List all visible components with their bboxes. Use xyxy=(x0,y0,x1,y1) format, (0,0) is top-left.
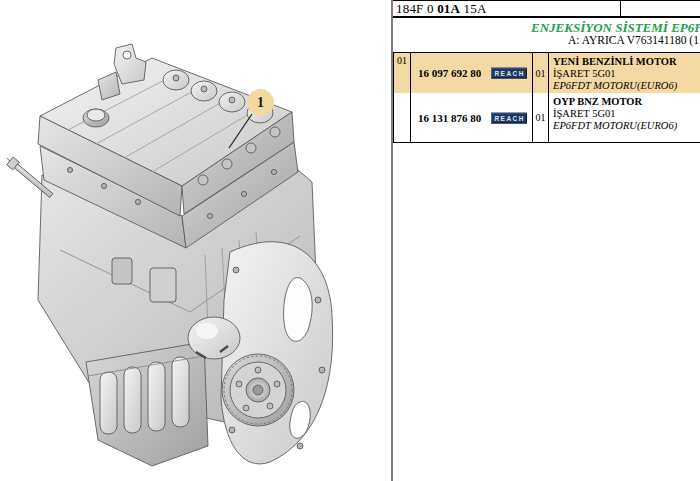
parts-panel: 184F 0 01A 15A ENJEKSİYON SİSTEMİ EP6FDT… xyxy=(393,0,700,481)
parts-panel-inner: 184F 0 01A 15A ENJEKSİYON SİSTEMİ EP6FDT… xyxy=(393,0,700,481)
desc-line2: İŞARET 5G01 xyxy=(553,108,700,120)
figure-code-header: 184F 0 01A 15A xyxy=(393,0,700,18)
desc-line1: YENİ BENZİNLİ MOTOR xyxy=(553,56,700,68)
part-number[interactable]: 16 097 692 80 xyxy=(418,67,481,79)
ref-cell xyxy=(394,93,411,142)
figure-code-suffix: 15A xyxy=(460,1,486,16)
description-cell: YENİ BENZİNLİ MOTOR İŞARET 5G01 EP6FDT M… xyxy=(549,53,700,93)
catalog-page: 1 184F 0 01A 15A ENJEKSİYON SİSTEMİ EP6F… xyxy=(0,0,700,481)
table-row-part-number[interactable]: 16 131 876 80 REACH xyxy=(411,93,533,142)
part-number[interactable]: 16 131 876 80 xyxy=(418,112,481,124)
reach-badge[interactable]: REACH xyxy=(491,112,527,123)
desc-line2: İŞARET 5G01 xyxy=(553,68,700,80)
engine-illustration xyxy=(0,0,392,481)
desc-line1: OYP BNZ MOTOR xyxy=(553,96,700,108)
description-cell: OYP BNZ MOTOR İŞARET 5G01 EP6FDT MOTORU(… xyxy=(549,93,700,142)
qty-cell: 01 xyxy=(533,93,549,142)
section-title-band: ENJEKSİYON SİSTEMİ EP6FDT A: AYRICA V763… xyxy=(393,18,700,52)
figure-code-bold: 01A xyxy=(437,1,460,16)
figure-code: 184F 0 01A 15A xyxy=(396,1,487,17)
callout-1[interactable]: 1 xyxy=(247,89,274,116)
desc-line3: EP6FDT MOTORU(EURO6) xyxy=(553,80,700,92)
desc-line3: EP6FDT MOTORU(EURO6) xyxy=(553,120,700,132)
section-subtitle: A: AYRICA V763141180 (1 xyxy=(568,34,699,46)
parts-table: 01 16 097 692 80 REACH 01 YENİ BENZİNLİ … xyxy=(393,52,700,143)
diagram-panel: 1 xyxy=(0,0,392,481)
header-divider xyxy=(620,1,621,16)
table-row-part-number[interactable]: 16 097 692 80 REACH xyxy=(411,53,533,93)
reach-badge[interactable]: REACH xyxy=(491,68,527,79)
qty-cell: 01 xyxy=(533,53,549,93)
figure-code-prefix: 184F 0 xyxy=(396,1,437,16)
ref-cell: 01 xyxy=(394,53,411,93)
